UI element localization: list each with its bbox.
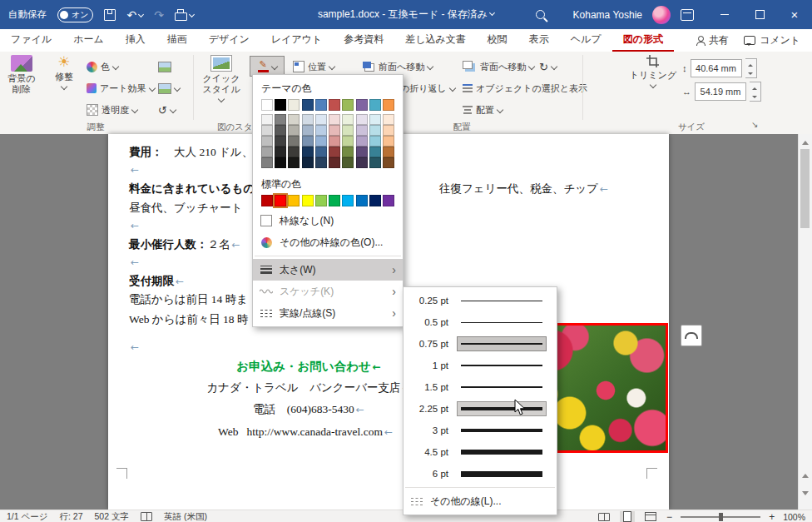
quick-styles-button[interactable]: クイックスタイル — [198, 55, 245, 102]
stepper-up-icon[interactable] — [750, 82, 760, 92]
minimize-button[interactable] — [707, 0, 742, 29]
scrollbar-thumb[interactable] — [800, 149, 810, 228]
rotate-button[interactable]: ↻ — [539, 57, 557, 76]
theme-color-tint-swatch[interactable] — [302, 125, 314, 136]
previous-page-button[interactable] — [799, 469, 812, 482]
theme-color-swatch[interactable] — [369, 99, 381, 111]
artistic-effects-button[interactable]: アート効果 — [87, 79, 155, 97]
theme-color-tint-swatch[interactable] — [383, 114, 394, 125]
theme-color-tint-swatch[interactable] — [302, 147, 314, 157]
bring-forward-button[interactable]: 前面へ移動 — [363, 57, 433, 76]
theme-color-tint-swatch[interactable] — [356, 136, 368, 147]
maximize-button[interactable] — [742, 0, 777, 29]
zoom-in-button[interactable]: + — [769, 511, 775, 522]
theme-color-tint-swatch[interactable] — [288, 136, 300, 147]
width-stepper[interactable] — [750, 82, 761, 102]
theme-color-tint-swatch[interactable] — [302, 157, 314, 168]
page-indicator[interactable]: 1/1 ページ — [7, 511, 48, 522]
theme-color-tint-swatch[interactable] — [261, 136, 273, 147]
height-input[interactable]: 40.64 mm — [691, 59, 742, 77]
print-layout-button[interactable] — [620, 511, 635, 522]
ribbon-tab[interactable]: ホーム — [62, 29, 115, 52]
theme-color-tint-swatch[interactable] — [275, 136, 286, 147]
theme-color-tint-swatch[interactable] — [261, 125, 273, 136]
standard-color-swatch[interactable] — [369, 195, 381, 206]
theme-color-tint-swatch[interactable] — [383, 136, 394, 147]
undo-button[interactable]: ↶ — [126, 9, 143, 21]
standard-color-swatch[interactable] — [342, 195, 354, 206]
theme-color-tint-swatch[interactable] — [329, 147, 340, 157]
theme-color-tint-swatch[interactable] — [342, 147, 354, 157]
theme-color-tint-swatch[interactable] — [342, 157, 354, 168]
theme-color-tint-swatch[interactable] — [261, 157, 273, 168]
position-button[interactable]: 位置 — [293, 57, 334, 76]
ribbon-tab[interactable]: 描画 — [156, 29, 198, 52]
theme-color-tint-swatch[interactable] — [383, 147, 394, 157]
theme-color-swatch[interactable] — [329, 99, 340, 111]
standard-color-swatch[interactable] — [383, 195, 394, 206]
theme-color-tint-swatch[interactable] — [261, 114, 273, 125]
width-input[interactable]: 54.19 mm — [695, 82, 746, 101]
theme-color-tint-swatch[interactable] — [315, 157, 327, 168]
share-button[interactable]: 共有 — [696, 33, 729, 47]
change-picture-button[interactable] — [158, 79, 180, 97]
weight-option[interactable]: 4.5 pt — [404, 441, 557, 463]
theme-color-tint-swatch[interactable] — [275, 125, 286, 136]
ribbon-tab[interactable]: ヘルプ — [560, 29, 612, 52]
height-stepper[interactable] — [745, 58, 757, 78]
theme-color-tint-swatch[interactable] — [302, 114, 314, 125]
weight-option[interactable]: 3 pt — [404, 420, 557, 441]
ribbon-tab[interactable]: デザイン — [198, 29, 260, 52]
theme-color-swatch[interactable] — [275, 99, 286, 111]
theme-color-tint-swatch[interactable] — [369, 157, 381, 168]
weight-option[interactable]: 2.25 pt — [404, 398, 557, 420]
search-icon[interactable] — [536, 10, 545, 19]
weight-option[interactable]: 6 pt — [404, 463, 557, 485]
scroll-up-icon[interactable] — [802, 137, 809, 145]
zoom-level[interactable]: 100% — [783, 512, 805, 522]
menu-item-more-lines[interactable]: その他の線(L)... — [404, 490, 557, 512]
color-button[interactable]: 色 — [87, 57, 118, 76]
theme-color-tint-swatch[interactable] — [275, 157, 286, 168]
send-backward-button[interactable]: 背面へ移動 — [463, 57, 534, 76]
theme-color-tint-swatch[interactable] — [288, 125, 300, 136]
line-indicator[interactable]: 行: 27 — [60, 511, 83, 522]
theme-color-tint-swatch[interactable] — [342, 114, 354, 125]
theme-color-swatch[interactable] — [315, 99, 327, 111]
theme-color-tint-swatch[interactable] — [261, 147, 273, 157]
theme-color-tint-swatch[interactable] — [288, 157, 300, 168]
comments-button[interactable]: コメント — [744, 33, 800, 47]
corrections-button[interactable]: ☀ 修整 — [47, 55, 82, 89]
theme-color-swatch[interactable] — [383, 99, 394, 111]
theme-color-tint-swatch[interactable] — [383, 157, 394, 168]
transparency-button[interactable]: 透明度 — [87, 101, 137, 119]
close-button[interactable]: × — [777, 0, 812, 29]
theme-color-tint-swatch[interactable] — [302, 136, 314, 147]
stepper-down-icon[interactable] — [745, 68, 756, 77]
theme-color-tint-swatch[interactable] — [329, 136, 340, 147]
ribbon-tab[interactable]: 校閲 — [477, 29, 518, 52]
theme-color-swatch[interactable] — [302, 99, 314, 111]
proofing-icon[interactable] — [141, 512, 152, 521]
theme-color-tint-swatch[interactable] — [315, 136, 327, 147]
language-indicator[interactable]: 英語 (米国) — [164, 511, 207, 522]
zoom-slider-thumb[interactable] — [719, 513, 723, 521]
standard-color-swatch[interactable] — [261, 195, 273, 206]
weight-option[interactable]: 1.5 pt — [404, 376, 557, 398]
ribbon-tab[interactable]: 差し込み文書 — [394, 29, 477, 52]
standard-color-swatch[interactable] — [315, 195, 327, 206]
web-layout-button[interactable] — [643, 511, 658, 522]
size-dialog-launcher[interactable]: ↘ — [751, 120, 758, 129]
user-avatar[interactable] — [652, 6, 671, 24]
theme-color-tint-swatch[interactable] — [342, 136, 354, 147]
theme-color-tint-swatch[interactable] — [356, 114, 368, 125]
theme-color-swatch[interactable] — [342, 99, 354, 111]
theme-color-swatch[interactable] — [261, 99, 273, 111]
standard-color-swatch[interactable] — [288, 195, 300, 206]
standard-color-swatch[interactable] — [356, 195, 368, 206]
ribbon-tab[interactable]: 図の形式 — [612, 29, 674, 52]
weight-option[interactable]: 0.75 pt — [404, 333, 557, 355]
weight-option[interactable]: 1 pt — [404, 355, 557, 376]
crop-button[interactable]: トリミング — [629, 55, 677, 87]
weight-option[interactable]: 0.25 pt — [404, 290, 557, 311]
